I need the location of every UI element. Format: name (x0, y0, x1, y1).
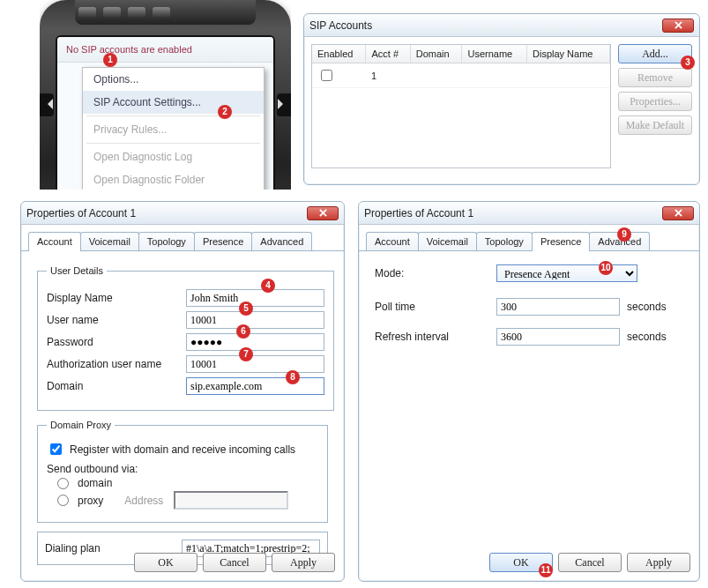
annotation-badge-7: 7 (239, 347, 253, 361)
remove-button: Remove (618, 68, 692, 87)
phone-shell: No SIP accounts are enabled Options... S… (40, 0, 291, 190)
menu-item-diag-log: Open Diagnostic Log (83, 145, 264, 168)
mode-label: Mode: (375, 267, 489, 279)
annotation-badge-11: 11 (539, 563, 553, 577)
annotation-badge-6: 6 (236, 324, 250, 339)
register-checkbox[interactable] (50, 443, 62, 455)
auth-user-input[interactable] (186, 355, 324, 373)
context-menu: Options... SIP Account Settings... Priva… (82, 67, 265, 190)
close-button[interactable] (662, 206, 694, 220)
annotation-badge-10: 10 (599, 261, 613, 275)
tab-account[interactable]: Account (28, 232, 81, 251)
close-button[interactable] (307, 206, 339, 220)
send-outbound-label: Send outbound via: (47, 463, 318, 475)
tab-presence[interactable]: Presence (194, 232, 252, 250)
annotation-badge-9: 9 (617, 227, 631, 242)
make-default-button: Make Default (618, 115, 692, 135)
username-input[interactable] (186, 311, 324, 329)
domain-proxy-fieldset: Domain Proxy Register with domain and re… (37, 420, 328, 523)
tab-account[interactable]: Account (366, 232, 419, 250)
mode-select[interactable]: Presence Agent (496, 264, 637, 282)
properties-presence-window: Properties of Account 1 Account Voicemai… (358, 201, 700, 582)
menu-item-privacy: Privacy Rules... (83, 118, 264, 141)
col-acct[interactable]: Acct # (366, 45, 410, 63)
tab-presence[interactable]: Presence (532, 232, 590, 251)
menu-item-options[interactable]: Options... (83, 68, 264, 91)
auth-user-label: Authorization user name (47, 358, 179, 370)
menu-item-diag-folder: Open Diagnostic Folder (83, 168, 264, 190)
tab-voicemail[interactable]: Voicemail (80, 232, 139, 250)
poll-input[interactable] (496, 298, 620, 316)
password-input[interactable] (186, 333, 324, 351)
col-enabled[interactable]: Enabled (312, 45, 366, 63)
annotation-badge-3: 3 (681, 56, 695, 70)
table-row[interactable]: 1 (312, 63, 610, 88)
phone-nav-right[interactable] (277, 93, 291, 116)
phone-status: No SIP accounts are enabled (57, 37, 273, 63)
proxy-address-input[interactable] (174, 491, 288, 510)
cancel-button[interactable]: Cancel (203, 553, 266, 572)
apply-button[interactable]: Apply (627, 553, 690, 572)
user-details-fieldset: User Details Display Name User name Pass… (37, 265, 334, 411)
close-icon (674, 21, 682, 29)
window-title: Properties of Account 1 (364, 207, 473, 220)
tabs: Account Voicemail Topology Presence Adva… (21, 225, 344, 251)
proxy-address-label: Address (124, 495, 163, 507)
col-username[interactable]: Username (462, 45, 527, 63)
col-domain[interactable]: Domain (410, 45, 462, 63)
username-label: User name (47, 314, 179, 326)
poll-label: Poll time (375, 301, 489, 313)
domain-input[interactable] (186, 377, 324, 395)
annotation-badge-8: 8 (286, 370, 300, 384)
ok-button[interactable]: OK (134, 553, 197, 572)
outbound-proxy-radio[interactable] (57, 495, 69, 506)
row-acct: 1 (366, 63, 410, 88)
col-display[interactable]: Display Name (527, 45, 610, 63)
apply-button[interactable]: Apply (272, 553, 335, 572)
table-header: Enabled Acct # Domain Username Display N… (312, 45, 610, 63)
phone-topstrip (75, 0, 256, 25)
phone-nav-left[interactable] (40, 93, 54, 116)
annotation-badge-4: 4 (261, 279, 275, 293)
tab-topology[interactable]: Topology (476, 232, 533, 250)
properties-account-window: Properties of Account 1 Account Voicemai… (20, 201, 345, 582)
password-label: Password (47, 336, 179, 348)
display-name-input[interactable] (186, 289, 324, 307)
refresh-unit: seconds (627, 331, 667, 343)
refresh-input[interactable] (496, 328, 620, 346)
register-label: Register with domain and receive incomin… (70, 443, 295, 456)
tab-voicemail[interactable]: Voicemail (418, 232, 477, 250)
phone-screen: No SIP accounts are enabled Options... S… (56, 35, 275, 190)
annotation-badge-2: 2 (218, 105, 232, 119)
domain-proxy-legend: Domain Proxy (47, 420, 115, 430)
softphone-widget: No SIP accounts are enabled Options... S… (40, 0, 291, 190)
tab-topology[interactable]: Topology (138, 232, 195, 250)
poll-unit: seconds (627, 301, 667, 313)
titlebar: SIP Accounts (304, 14, 699, 37)
window-title: Properties of Account 1 (26, 207, 136, 220)
properties-button: Properties... (618, 92, 692, 111)
annotation-badge-5: 5 (239, 301, 253, 316)
cancel-button[interactable]: Cancel (558, 553, 622, 572)
outbound-proxy-label: proxy (78, 495, 103, 507)
accounts-table: Enabled Acct # Domain Username Display N… (311, 44, 611, 168)
tab-advanced[interactable]: Advanced (251, 232, 312, 250)
domain-label: Domain (47, 380, 179, 392)
outbound-domain-label: domain (78, 477, 112, 489)
refresh-label: Refresh interval (375, 331, 489, 343)
row-enabled-checkbox[interactable] (321, 70, 332, 81)
window-title: SIP Accounts (309, 19, 372, 32)
annotation-badge-1: 1 (103, 53, 117, 67)
user-details-legend: User Details (47, 265, 107, 276)
close-button[interactable] (662, 19, 694, 33)
outbound-domain-radio[interactable] (57, 478, 69, 489)
display-name-label: Display Name (47, 292, 179, 304)
sip-accounts-window: SIP Accounts Enabled Acct # Domain Usern… (303, 13, 700, 185)
close-icon (319, 209, 327, 217)
close-icon (674, 209, 682, 217)
menu-item-sip-accounts[interactable]: SIP Account Settings... (83, 91, 264, 114)
